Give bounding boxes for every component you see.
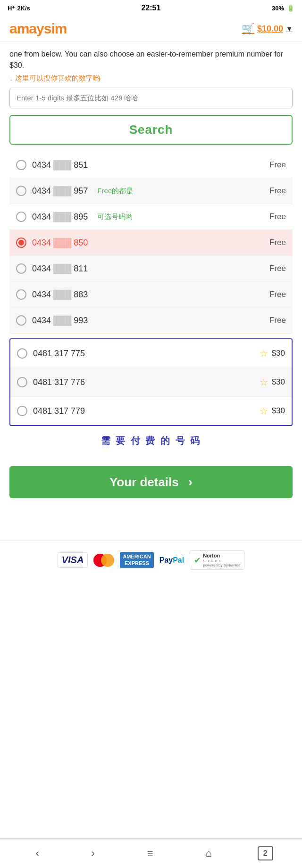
main-content: one from below. You can also choose an e… bbox=[0, 49, 302, 452]
app-header: amaysim 🛒 $10.00 ▼ bbox=[0, 16, 302, 42]
bottom-navigation: ‹ › ≡ ⌂ 2 bbox=[0, 838, 302, 868]
battery-icon: 🔋 bbox=[287, 5, 294, 12]
phone-right: Free bbox=[269, 238, 286, 247]
premium-annotation-text: 需 要 付 费 的 号 码 bbox=[9, 426, 293, 452]
star-icon: ☆ bbox=[260, 377, 268, 388]
radio-button[interactable] bbox=[17, 377, 27, 387]
phone-masked: ███ bbox=[53, 316, 71, 325]
arrow-right-icon: › bbox=[188, 475, 193, 490]
status-bar: H⁺ 2K/s 22:51 30% 🔋 bbox=[0, 0, 302, 16]
radio-button[interactable] bbox=[17, 406, 27, 416]
phone-number: 0434 ███ 883 bbox=[32, 290, 88, 300]
phone-left: 0434 ███ 811 bbox=[16, 263, 88, 274]
visa-logo: VISA bbox=[58, 552, 88, 568]
hint-text: ↓ 这里可以搜你喜欢的数字哟 bbox=[9, 74, 293, 83]
phone-right: Free bbox=[269, 212, 286, 221]
cart-button[interactable]: 🛒 $10.00 ▼ bbox=[242, 23, 293, 35]
status-right: 30% 🔋 bbox=[272, 5, 294, 12]
price-label: Free bbox=[269, 212, 286, 221]
paypal-logo: PayPal bbox=[159, 556, 184, 565]
phone-number-list: 0434 ███ 851 Free 0434 ███ 957 Free的都是 F… bbox=[9, 152, 293, 334]
cart-icon: 🛒 bbox=[242, 23, 254, 35]
battery-indicator: 30% bbox=[272, 5, 284, 12]
search-input-container[interactable] bbox=[9, 88, 293, 108]
phone-left: 0434 ███ 993 bbox=[16, 315, 88, 326]
phone-list-item[interactable]: 0434 ███ 850 Free bbox=[9, 230, 293, 256]
phone-list-item[interactable]: 0434 ███ 851 Free bbox=[9, 152, 293, 178]
price-label: Free bbox=[269, 160, 286, 170]
norton-text-block: Norton SECUREDpowered by Symantec bbox=[203, 553, 240, 567]
norton-label: Norton bbox=[203, 553, 240, 559]
speed-indicator: 2K/s bbox=[17, 5, 30, 12]
status-signal: H⁺ 2K/s bbox=[8, 5, 30, 12]
radio-button[interactable] bbox=[16, 212, 26, 222]
radio-inner bbox=[18, 240, 24, 246]
forward-button[interactable]: › bbox=[85, 844, 101, 862]
phone-left: 0481 317 776 bbox=[17, 377, 85, 387]
price-label: Free bbox=[269, 290, 286, 299]
phone-masked: ███ bbox=[53, 160, 71, 170]
phone-list-item[interactable]: 0434 ███ 993 Free bbox=[9, 308, 293, 334]
phone-list-item[interactable]: 0434 ███ 957 Free的都是 Free bbox=[9, 178, 293, 204]
phone-right: Free bbox=[269, 264, 286, 273]
phone-number: 0481 317 779 bbox=[33, 406, 85, 416]
price-label: Free bbox=[269, 264, 286, 273]
price-label: $30 bbox=[272, 377, 285, 387]
phone-masked: ███ bbox=[53, 290, 71, 299]
chevron-down-icon: ▼ bbox=[286, 25, 293, 33]
details-button-label: Your details bbox=[109, 475, 179, 490]
phone-right: ☆ $30 bbox=[260, 405, 285, 417]
phone-number: 0481 317 776 bbox=[33, 377, 85, 387]
payment-logos-bar: VISA AMERICANEXPRESS PayPal ✔ Norton SEC… bbox=[0, 540, 302, 579]
annotation-text: Free的都是 bbox=[97, 187, 133, 196]
back-button[interactable]: ‹ bbox=[29, 844, 45, 862]
annotation-text: 可选号码哟 bbox=[97, 213, 133, 221]
phone-number: 0434 ███ 895 bbox=[32, 212, 88, 222]
price-label: Free bbox=[269, 238, 286, 247]
price-label: Free bbox=[269, 186, 286, 196]
phone-list-item[interactable]: 0434 ███ 811 Free bbox=[9, 256, 293, 282]
phone-masked: ███ bbox=[53, 264, 71, 273]
phone-left: 0434 ███ 895 可选号码哟 bbox=[16, 212, 133, 222]
phone-left: 0434 ███ 850 bbox=[16, 237, 88, 248]
radio-button[interactable] bbox=[16, 263, 26, 274]
premium-phone-item[interactable]: 0481 317 779 ☆ $30 bbox=[10, 397, 292, 425]
radio-button[interactable] bbox=[16, 186, 26, 196]
star-icon: ☆ bbox=[260, 348, 268, 359]
phone-left: 0434 ███ 957 Free的都是 bbox=[16, 186, 133, 196]
price-label: $30 bbox=[272, 406, 285, 416]
home-button[interactable]: ⌂ bbox=[199, 844, 218, 862]
phone-right: Free bbox=[269, 316, 286, 325]
radio-button[interactable] bbox=[16, 289, 26, 300]
mastercard-logo bbox=[93, 554, 114, 567]
paypal-pay-text: Pay bbox=[159, 556, 173, 564]
phone-number: 0434 ███ 850 bbox=[32, 238, 88, 248]
menu-button[interactable]: ≡ bbox=[141, 844, 160, 862]
phone-number: 0434 ███ 957 bbox=[32, 186, 88, 196]
phone-masked: ███ bbox=[53, 212, 71, 221]
price-label: Free bbox=[269, 316, 286, 325]
phone-left: 0481 317 775 bbox=[17, 348, 85, 359]
details-button-container: Your details › bbox=[0, 452, 302, 508]
phone-masked: ███ bbox=[53, 186, 71, 196]
premium-phone-item[interactable]: 0481 317 776 ☆ $30 bbox=[10, 368, 292, 397]
radio-button[interactable] bbox=[16, 315, 26, 326]
premium-phone-item[interactable]: 0481 317 775 ☆ $30 bbox=[10, 339, 292, 368]
search-button[interactable]: Search bbox=[9, 115, 293, 145]
app-logo: amaysim bbox=[9, 21, 67, 37]
radio-button[interactable] bbox=[17, 348, 27, 359]
phone-right: Free bbox=[269, 186, 286, 196]
norton-logo: ✔ Norton SECUREDpowered by Symantec bbox=[190, 550, 244, 570]
radio-button[interactable] bbox=[16, 160, 26, 170]
phone-number: 0434 ███ 851 bbox=[32, 160, 88, 170]
cart-amount: $10.00 bbox=[257, 24, 283, 34]
your-details-button[interactable]: Your details › bbox=[9, 466, 293, 498]
search-input[interactable] bbox=[17, 94, 285, 102]
phone-list-item[interactable]: 0434 ███ 883 Free bbox=[9, 282, 293, 308]
phone-right: Free bbox=[269, 290, 286, 299]
norton-check-icon: ✔ bbox=[194, 555, 201, 565]
tabs-button[interactable]: 2 bbox=[258, 846, 273, 860]
radio-button[interactable] bbox=[16, 237, 26, 248]
phone-left: 0481 317 779 bbox=[17, 406, 85, 416]
phone-list-item[interactable]: 0434 ███ 895 可选号码哟 Free bbox=[9, 204, 293, 230]
